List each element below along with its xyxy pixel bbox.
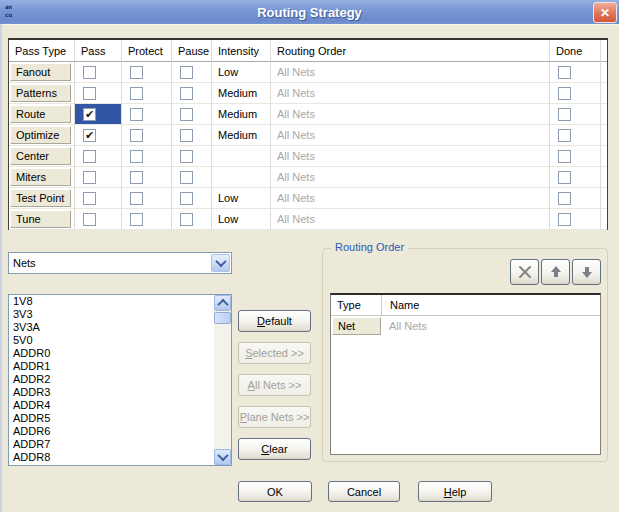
- help-button[interactable]: Help: [418, 481, 492, 502]
- intensity-cell[interactable]: Low: [212, 188, 271, 209]
- done-cell[interactable]: [550, 167, 601, 188]
- protect-checkbox[interactable]: [130, 171, 143, 184]
- done-cell[interactable]: [550, 83, 601, 104]
- pass-checkbox[interactable]: ✔: [83, 129, 96, 142]
- protect-cell[interactable]: [122, 62, 172, 83]
- routing-order-cell[interactable]: All Nets: [271, 209, 550, 230]
- net-list-item[interactable]: ADDR2: [9, 373, 231, 386]
- net-list-item[interactable]: ADDR7: [9, 438, 231, 451]
- protect-cell[interactable]: [122, 188, 172, 209]
- protect-cell[interactable]: [122, 104, 172, 125]
- pause-checkbox[interactable]: [180, 87, 193, 100]
- done-checkbox[interactable]: [558, 66, 571, 79]
- pass-cell[interactable]: [75, 83, 122, 104]
- net-list-item[interactable]: ADDR0: [9, 347, 231, 360]
- done-checkbox[interactable]: [558, 129, 571, 142]
- protect-checkbox[interactable]: [130, 213, 143, 226]
- pass-checkbox[interactable]: [83, 150, 96, 163]
- pause-cell[interactable]: [172, 209, 212, 230]
- intensity-cell[interactable]: Medium: [212, 104, 271, 125]
- pass-type-cell[interactable]: Optimize: [9, 125, 75, 146]
- done-cell[interactable]: [550, 209, 601, 230]
- protect-cell[interactable]: [122, 167, 172, 188]
- pass-type-cell[interactable]: Miters: [9, 167, 75, 188]
- pause-cell[interactable]: [172, 188, 212, 209]
- intensity-cell[interactable]: Low: [212, 62, 271, 83]
- pause-checkbox[interactable]: [180, 66, 193, 79]
- pass-checkbox[interactable]: [83, 87, 96, 100]
- pass-cell[interactable]: ✔: [75, 104, 122, 125]
- net-list-item[interactable]: ADDR4: [9, 399, 231, 412]
- net-list-item[interactable]: ADDR1: [9, 360, 231, 373]
- done-checkbox[interactable]: [558, 171, 571, 184]
- net-list-item[interactable]: ADDR6: [9, 425, 231, 438]
- ok-button[interactable]: OK: [238, 481, 312, 502]
- pass-checkbox[interactable]: [83, 192, 96, 205]
- protect-cell[interactable]: [122, 83, 172, 104]
- done-checkbox[interactable]: [558, 213, 571, 226]
- net-list-item[interactable]: 3V3A: [9, 321, 231, 334]
- scroll-up-button[interactable]: [214, 295, 231, 311]
- done-cell[interactable]: [550, 188, 601, 209]
- pause-checkbox[interactable]: [180, 150, 193, 163]
- pause-cell[interactable]: [172, 125, 212, 146]
- nets-filter-combobox[interactable]: Nets: [8, 252, 232, 274]
- pause-cell[interactable]: [172, 62, 212, 83]
- pass-checkbox[interactable]: [83, 213, 96, 226]
- protect-cell[interactable]: [122, 125, 172, 146]
- delete-order-button[interactable]: [510, 259, 539, 285]
- pause-checkbox[interactable]: [180, 192, 193, 205]
- done-cell[interactable]: [550, 62, 601, 83]
- pass-cell[interactable]: [75, 62, 122, 83]
- scroll-down-button[interactable]: [214, 449, 231, 465]
- order-name-cell[interactable]: All Nets: [383, 316, 600, 336]
- protect-checkbox[interactable]: [130, 129, 143, 142]
- order-type-cell[interactable]: Net: [332, 317, 381, 335]
- protect-cell[interactable]: [122, 146, 172, 167]
- pass-type-cell[interactable]: Center: [9, 146, 75, 167]
- done-checkbox[interactable]: [558, 87, 571, 100]
- done-cell[interactable]: [550, 104, 601, 125]
- protect-checkbox[interactable]: [130, 192, 143, 205]
- close-button[interactable]: ✕: [593, 2, 617, 23]
- net-list-item[interactable]: ADDR3: [9, 386, 231, 399]
- intensity-cell[interactable]: Medium: [212, 83, 271, 104]
- pass-checkbox[interactable]: [83, 66, 96, 79]
- intensity-cell[interactable]: [212, 167, 271, 188]
- pause-cell[interactable]: [172, 146, 212, 167]
- cancel-button[interactable]: Cancel: [328, 481, 400, 502]
- default-button[interactable]: Default: [238, 310, 311, 332]
- selected-button[interactable]: Selected >>: [238, 342, 311, 364]
- move-up-button[interactable]: [541, 259, 570, 285]
- protect-cell[interactable]: [122, 209, 172, 230]
- routing-order-cell[interactable]: All Nets: [271, 62, 550, 83]
- pause-cell[interactable]: [172, 104, 212, 125]
- pass-type-cell[interactable]: Route: [9, 104, 75, 125]
- move-down-button[interactable]: [572, 259, 601, 285]
- clear-button[interactable]: Clear: [238, 438, 311, 460]
- order-table-row[interactable]: Net All Nets: [331, 316, 600, 336]
- net-list-item[interactable]: ADDR8: [9, 451, 231, 464]
- routing-order-cell[interactable]: All Nets: [271, 146, 550, 167]
- done-checkbox[interactable]: [558, 150, 571, 163]
- pause-cell[interactable]: [172, 167, 212, 188]
- pause-checkbox[interactable]: [180, 171, 193, 184]
- protect-checkbox[interactable]: [130, 66, 143, 79]
- done-cell[interactable]: [550, 146, 601, 167]
- pass-type-cell[interactable]: Test Point: [9, 188, 75, 209]
- net-list-item[interactable]: 3V3: [9, 308, 231, 321]
- routing-order-cell[interactable]: All Nets: [271, 188, 550, 209]
- routing-order-cell[interactable]: All Nets: [271, 167, 550, 188]
- done-checkbox[interactable]: [558, 192, 571, 205]
- intensity-cell[interactable]: Medium: [212, 125, 271, 146]
- pause-checkbox[interactable]: [180, 129, 193, 142]
- protect-checkbox[interactable]: [130, 87, 143, 100]
- protect-checkbox[interactable]: [130, 150, 143, 163]
- net-list-item[interactable]: 5V0: [9, 334, 231, 347]
- pass-cell[interactable]: [75, 188, 122, 209]
- done-cell[interactable]: [550, 125, 601, 146]
- protect-checkbox[interactable]: [130, 108, 143, 121]
- pause-cell[interactable]: [172, 83, 212, 104]
- net-list-item[interactable]: ADDR5: [9, 412, 231, 425]
- listbox-scrollbar[interactable]: [214, 295, 231, 465]
